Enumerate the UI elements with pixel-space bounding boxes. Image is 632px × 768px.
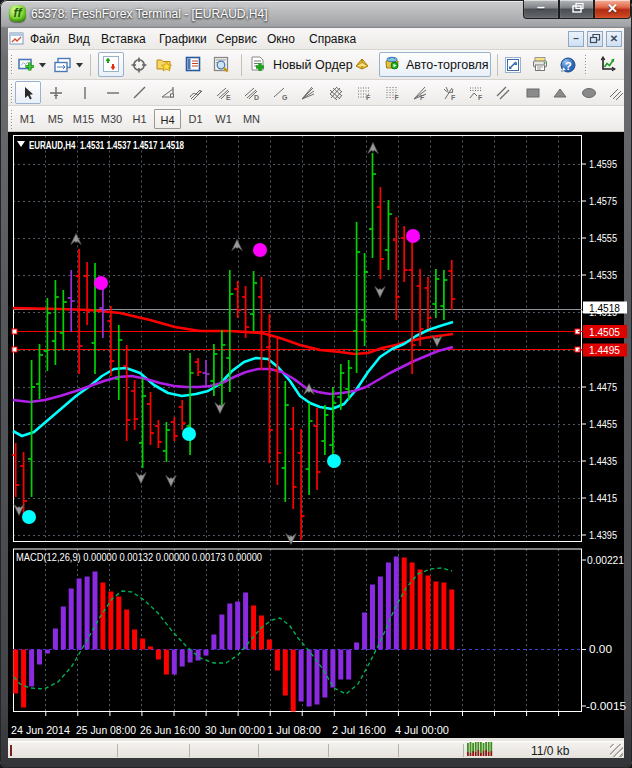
svg-text:1.4518: 1.4518 — [589, 302, 620, 314]
svg-text:1.4505: 1.4505 — [589, 326, 620, 338]
svg-text:1.4495: 1.4495 — [589, 344, 620, 356]
svg-text:4 Jul 00:00: 4 Jul 00:00 — [395, 724, 449, 736]
svg-text:EURAUD,H4 1.4531 1.4537 1.451: EURAUD,H4 1.4531 1.4537 1.4517 1.4518 — [29, 139, 184, 151]
svg-text:-0.0015: -0.0015 — [586, 700, 626, 712]
svg-text:1 Jul 08:00: 1 Jul 08:00 — [267, 724, 321, 736]
svg-text:24 Jun 2014: 24 Jun 2014 — [11, 724, 70, 736]
svg-text:1.4415: 1.4415 — [589, 492, 617, 504]
svg-text:MACD(12,26,9) 0.00000 0.00132: MACD(12,26,9) 0.00000 0.00132 0.00000 0.… — [16, 551, 262, 563]
svg-text:25 Jun 08:00: 25 Jun 08:00 — [76, 724, 136, 736]
svg-text:1.4455: 1.4455 — [589, 418, 617, 430]
svg-text:0.00: 0.00 — [589, 643, 612, 655]
svg-text:26 Jun 16:00: 26 Jun 16:00 — [140, 724, 200, 736]
svg-text:1.4595: 1.4595 — [589, 158, 617, 170]
svg-text:2 Jul 16:00: 2 Jul 16:00 — [332, 724, 386, 736]
svg-text:1.4435: 1.4435 — [589, 455, 617, 467]
svg-text:1.4535: 1.4535 — [589, 269, 617, 281]
svg-text:1.4395: 1.4395 — [589, 529, 617, 541]
svg-text:1.4475: 1.4475 — [589, 381, 617, 393]
svg-text:1.4555: 1.4555 — [589, 232, 617, 244]
svg-text:1.4575: 1.4575 — [589, 195, 617, 207]
svg-text:30 Jun 00:00: 30 Jun 00:00 — [205, 724, 265, 736]
svg-text:0.00221: 0.00221 — [587, 554, 624, 566]
